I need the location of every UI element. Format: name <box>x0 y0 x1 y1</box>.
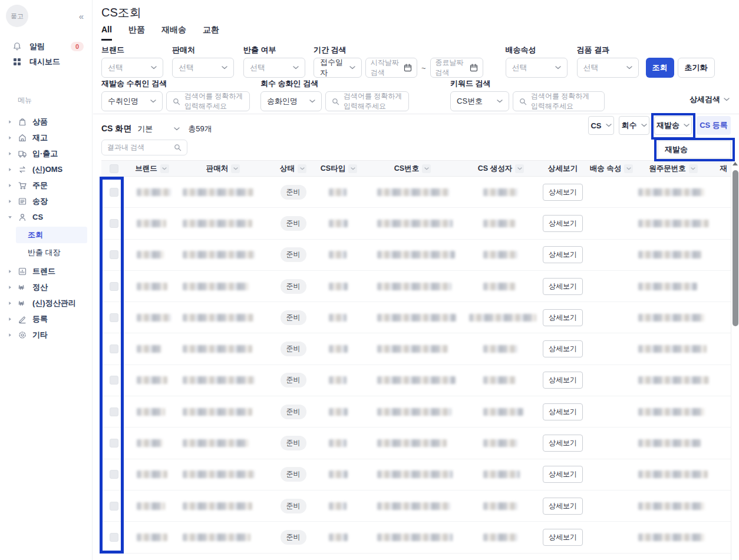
row-checkbox[interactable] <box>110 533 118 542</box>
resend-action-button[interactable]: 재발송 <box>654 116 692 135</box>
truck-icon <box>18 149 27 158</box>
detail-view-button[interactable]: 상세보기 <box>543 372 583 389</box>
calendar-icon[interactable] <box>470 64 478 72</box>
cart-icon <box>18 181 27 190</box>
row-checkbox[interactable] <box>110 219 118 228</box>
start-date-input[interactable]: 시작날짜검색 <box>365 58 417 78</box>
sidebar-item-(신)정산관리[interactable]: (신)정산관리 <box>0 295 92 311</box>
sidebar-item-CS[interactable]: CS <box>0 209 92 225</box>
dashboard-icon <box>12 57 22 67</box>
sidebar-item-송장[interactable]: 송장 <box>0 193 92 209</box>
caret-right-icon <box>8 333 12 337</box>
cs-register-button[interactable]: CS 등록 <box>697 116 731 135</box>
reset-button[interactable]: 초기화 <box>678 58 715 78</box>
scroll-up-icon[interactable] <box>733 162 738 165</box>
calendar-icon[interactable] <box>404 64 412 72</box>
sidebar-item-기타[interactable]: 기타 <box>0 327 92 343</box>
sidebar-item-dashboard[interactable]: 대시보드 <box>0 54 92 69</box>
tab-재배송[interactable]: 재배송 <box>161 25 186 41</box>
masked-text <box>483 470 520 478</box>
sidebar-item-트렌드[interactable]: 트렌드 <box>0 263 92 279</box>
tab-교환[interactable]: 교환 <box>203 25 219 41</box>
column-filter-icon[interactable] <box>298 164 306 173</box>
detail-view-button[interactable]: 상세보기 <box>543 466 583 483</box>
cs-action-button[interactable]: CS <box>588 116 614 135</box>
seller-select[interactable]: 선택 <box>172 58 234 78</box>
chevron-down-icon <box>626 167 631 170</box>
detail-view-button[interactable]: 상세보기 <box>543 435 583 452</box>
sidebar-item-주문[interactable]: 주문 <box>0 177 92 193</box>
column-filter-icon[interactable] <box>348 164 357 173</box>
detail-view-button[interactable]: 상세보기 <box>543 215 583 232</box>
sidebar-item-입·출고[interactable]: 입·출고 <box>0 145 92 161</box>
vertical-scrollbar[interactable] <box>731 160 738 560</box>
period-type-value: 접수일자 <box>320 57 349 78</box>
column-filter-icon[interactable] <box>689 164 698 173</box>
column-filter-icon[interactable] <box>160 164 169 173</box>
tab-All[interactable]: All <box>101 25 112 41</box>
logo[interactable]: 풍고 <box>6 5 28 27</box>
sidebar-item-정산[interactable]: 정산 <box>0 279 92 295</box>
detail-search-toggle[interactable]: 상세검색 <box>689 94 730 105</box>
column-filter-icon[interactable] <box>624 164 633 173</box>
column-filter-icon[interactable] <box>231 164 240 173</box>
detail-view-button[interactable]: 상세보기 <box>543 498 583 515</box>
keyword-search-input[interactable]: 검색어를 정확하게 입력해주세요 <box>513 91 605 111</box>
select-all-checkbox[interactable] <box>110 164 118 173</box>
column-filter-icon[interactable] <box>515 164 524 173</box>
column-filter-icon[interactable] <box>422 164 431 173</box>
detail-view-button[interactable]: 상세보기 <box>543 309 583 326</box>
brand-select-value: 선택 <box>108 62 123 73</box>
screen-select[interactable]: 기본 <box>137 124 180 134</box>
sidebar-item-label: 등록 <box>32 314 48 324</box>
resend-dropdown-item[interactable]: 재발송 <box>665 144 688 155</box>
sidebar-item-notifications[interactable]: 알림 0 <box>0 39 92 54</box>
sidebar-item-상품[interactable]: 상품 <box>0 114 92 130</box>
column-label: 재 <box>720 164 728 174</box>
brand-select[interactable]: 선택 <box>101 58 163 78</box>
period-type-select[interactable]: 접수일자 <box>314 58 362 78</box>
keyword-type-select[interactable]: CS번호 <box>450 91 509 111</box>
row-checkbox[interactable] <box>110 344 118 353</box>
sidebar-item-재고[interactable]: 재고 <box>0 130 92 145</box>
row-checkbox[interactable] <box>110 470 118 479</box>
result-search-input[interactable]: 결과내 검색 <box>101 140 187 155</box>
recall-action-button[interactable]: 회수 <box>619 116 649 135</box>
end-date-input[interactable]: 종료날짜검색 <box>430 58 483 78</box>
row-checkbox[interactable] <box>110 250 118 259</box>
detail-view-button[interactable]: 상세보기 <box>543 340 583 357</box>
tab-반품[interactable]: 반품 <box>128 25 145 41</box>
sidebar-subitem-반출 대장[interactable]: 반출 대장 <box>16 244 87 261</box>
search-button[interactable]: 조회 <box>646 58 674 78</box>
detail-view-button[interactable]: 상세보기 <box>543 246 583 263</box>
detail-view-button[interactable]: 상세보기 <box>543 184 583 201</box>
status-badge: 준비 <box>281 499 306 513</box>
detail-view-button[interactable]: 상세보기 <box>543 529 583 546</box>
carryout-select[interactable]: 선택 <box>243 58 305 78</box>
receiver-type-select[interactable]: 수취인명 <box>101 91 163 111</box>
receiver-search-input[interactable]: 검색어를 정확하게 입력해주세요 <box>166 91 250 111</box>
sidebar-subitem-조회[interactable]: 조회 <box>16 227 87 243</box>
delivery-select[interactable]: 선택 <box>506 58 568 78</box>
detail-view-button[interactable]: 상세보기 <box>543 403 583 420</box>
row-checkbox[interactable] <box>110 407 118 416</box>
sidebar-item-등록[interactable]: 등록 <box>0 311 92 327</box>
sidebar-item-label: (신)정산관리 <box>32 298 76 309</box>
sender-search-input[interactable]: 검색어를 정확하게 입력해주세요 <box>325 91 409 111</box>
scrollbar-thumb[interactable] <box>733 170 738 326</box>
detail-view-button[interactable]: 상세보기 <box>543 278 583 295</box>
sidebar-item-(신)OMS[interactable]: (신)OMS <box>0 161 92 177</box>
row-checkbox[interactable] <box>110 376 118 385</box>
row-checkbox[interactable] <box>110 439 118 448</box>
menu-caption: 메뉴 <box>18 95 92 105</box>
sender-type-select[interactable]: 송화인명 <box>260 91 322 111</box>
sidebar-collapse-icon[interactable]: « <box>79 11 83 21</box>
row-checkbox[interactable] <box>110 188 118 197</box>
row-checkbox[interactable] <box>110 313 118 322</box>
inspection-select[interactable]: 선택 <box>577 58 639 78</box>
masked-text <box>377 314 456 322</box>
row-checkbox[interactable] <box>110 502 118 511</box>
chevron-down-icon <box>606 124 612 127</box>
table-row: 준비상세보기 <box>101 522 731 553</box>
row-checkbox[interactable] <box>110 282 118 291</box>
